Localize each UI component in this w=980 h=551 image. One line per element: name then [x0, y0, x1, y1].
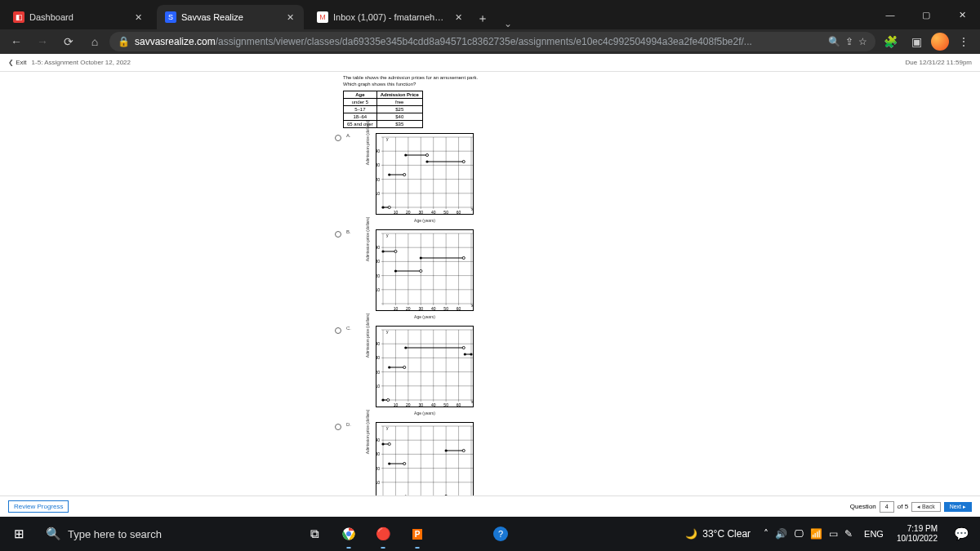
- svg-text:20: 20: [376, 465, 380, 470]
- taskbar-right: 🌙 33°C Clear ˄ 🔊 🖵 📶 ▭ ✎ ENG 7:19 PM 10/…: [677, 517, 978, 551]
- tray-volume-icon[interactable]: 🔊: [775, 528, 787, 540]
- answer-option-2[interactable]: C. Admission price (dollars) y x 1020304…: [335, 326, 645, 407]
- svg-text:20: 20: [406, 210, 411, 215]
- profile-avatar[interactable]: [931, 33, 949, 51]
- option-graph: y x 10203040506010203040: [376, 229, 474, 311]
- taskbar-clock[interactable]: 7:19 PM 10/10/2022: [890, 524, 944, 544]
- x-axis-title: Age (years): [414, 218, 435, 223]
- svg-text:x: x: [471, 303, 474, 308]
- zoom-icon[interactable]: 🔍: [828, 36, 840, 47]
- svg-point-31: [403, 173, 406, 176]
- share-icon[interactable]: ⇪: [845, 36, 853, 47]
- svg-point-106: [404, 346, 407, 349]
- close-icon[interactable]: ✕: [132, 11, 144, 23]
- svg-text:x: x: [471, 207, 474, 211]
- radio-icon[interactable]: [335, 231, 341, 238]
- answer-option-1[interactable]: B. Admission price (dollars) y x 1020304…: [335, 229, 645, 311]
- tray-display-icon[interactable]: 🖵: [794, 528, 804, 540]
- task-view-button[interactable]: ⧉: [297, 518, 332, 550]
- search-placeholder: Type here to search: [68, 528, 162, 540]
- review-progress-button[interactable]: Review Progress: [8, 500, 69, 513]
- svg-point-103: [388, 366, 390, 368]
- start-button[interactable]: ⊞: [2, 518, 36, 550]
- tabs-dropdown-icon[interactable]: ⌄: [493, 18, 523, 29]
- y-axis-title: Admission price (dollars): [365, 216, 370, 261]
- radio-icon[interactable]: [335, 135, 341, 141]
- back-button[interactable]: ◂ Back: [911, 502, 941, 512]
- taskbar-spacer: [434, 518, 483, 550]
- svg-text:20: 20: [406, 306, 411, 311]
- extensions-icon[interactable]: 🧩: [879, 31, 902, 52]
- lock-icon: 🔒: [118, 36, 130, 47]
- side-panel-icon[interactable]: ▣: [905, 31, 928, 52]
- taskbar-search[interactable]: 🔍 Type here to search: [36, 518, 297, 550]
- question-prompt: The table shows the admission prices for…: [343, 75, 645, 88]
- window-minimize-icon[interactable]: —: [872, 0, 908, 29]
- browser-tab-2[interactable]: M Inbox (1,007) - fmatarneh2018@ ✕: [309, 5, 472, 29]
- svg-text:10: 10: [394, 210, 399, 215]
- tray-pen-icon[interactable]: ✎: [844, 528, 853, 540]
- answer-option-3[interactable]: D. Admission price (dollars) y x 1020304…: [335, 422, 645, 504]
- svg-text:60: 60: [457, 210, 461, 215]
- taskbar-help-icon[interactable]: ?: [483, 518, 518, 550]
- window-close-icon[interactable]: ✕: [944, 0, 980, 29]
- x-axis-title: Age (years): [414, 314, 435, 319]
- svg-point-147: [445, 449, 448, 451]
- svg-point-150: [346, 531, 351, 536]
- tray-wifi-icon[interactable]: 📶: [810, 528, 822, 540]
- close-icon[interactable]: ✕: [284, 11, 296, 23]
- svg-text:10: 10: [394, 402, 399, 407]
- menu-icon[interactable]: ⋮: [952, 31, 975, 52]
- radio-icon[interactable]: [335, 327, 341, 334]
- next-button[interactable]: Next ▸: [944, 502, 972, 512]
- app-header: ❮ Exit 1-5: Assignment October 12, 2022 …: [0, 54, 980, 72]
- radio-icon[interactable]: [335, 424, 341, 430]
- table-row: 65 and over$35: [344, 120, 423, 127]
- option-graph: y x 10203040506010203040: [376, 133, 474, 215]
- taskbar-app-chrome[interactable]: [332, 518, 366, 550]
- tab-title-0: Dashboard: [29, 12, 127, 22]
- bookmark-icon[interactable]: ☆: [858, 36, 867, 47]
- weather-widget[interactable]: 🌙 33°C Clear: [677, 528, 759, 540]
- svg-text:40: 40: [376, 149, 380, 153]
- svg-point-109: [464, 353, 466, 355]
- browser-tab-1[interactable]: S Savvas Realize ✕: [157, 5, 304, 29]
- tab-favicon-1: S: [165, 11, 176, 23]
- svg-point-71: [420, 256, 422, 259]
- nav-home-button[interactable]: ⌂: [83, 31, 106, 52]
- svg-point-148: [462, 449, 465, 451]
- svg-text:20: 20: [406, 402, 411, 407]
- address-bar[interactable]: 🔒 savvasrealize.com/assignments/viewer/c…: [109, 32, 875, 51]
- question-number-input[interactable]: 4: [880, 501, 894, 513]
- option-graph: y x 10203040506010203040: [376, 326, 474, 407]
- exit-link[interactable]: ❮ Exit: [8, 59, 27, 66]
- notifications-icon[interactable]: 💬: [944, 518, 978, 550]
- option-label: C.: [346, 326, 354, 407]
- browser-tab-0[interactable]: ◧ Dashboard ✕: [5, 5, 152, 29]
- new-tab-button[interactable]: ＋: [472, 8, 493, 29]
- nav-back-button[interactable]: ←: [5, 31, 28, 52]
- svg-text:10: 10: [376, 383, 380, 388]
- breadcrumb: 1-5: Assignment October 12, 2022: [32, 59, 131, 66]
- table-row: under 5free: [344, 98, 423, 105]
- svg-point-138: [381, 442, 384, 445]
- window-maximize-icon[interactable]: ▢: [908, 0, 944, 29]
- svg-text:50: 50: [443, 306, 448, 311]
- svg-text:30: 30: [419, 306, 424, 311]
- answer-option-0[interactable]: A. Admission price (dollars) y x 1020304…: [335, 133, 645, 215]
- close-icon[interactable]: ✕: [452, 11, 464, 23]
- taskbar-app-1[interactable]: 🔴: [366, 518, 400, 550]
- tray-battery-icon[interactable]: ▭: [829, 528, 838, 540]
- nav-reload-button[interactable]: ⟳: [57, 31, 80, 52]
- nav-forward-button[interactable]: →: [31, 31, 54, 52]
- svg-text:30: 30: [419, 402, 424, 407]
- svg-text:30: 30: [376, 259, 380, 264]
- svg-text:30: 30: [376, 355, 380, 360]
- svg-text:30: 30: [376, 162, 380, 167]
- taskbar-app-2[interactable]: P: [400, 518, 434, 550]
- tray-chevron-icon[interactable]: ˄: [764, 528, 768, 540]
- svg-point-68: [394, 269, 397, 272]
- language-indicator[interactable]: ENG: [858, 529, 890, 539]
- svg-text:30: 30: [419, 210, 424, 215]
- svg-point-33: [404, 153, 407, 156]
